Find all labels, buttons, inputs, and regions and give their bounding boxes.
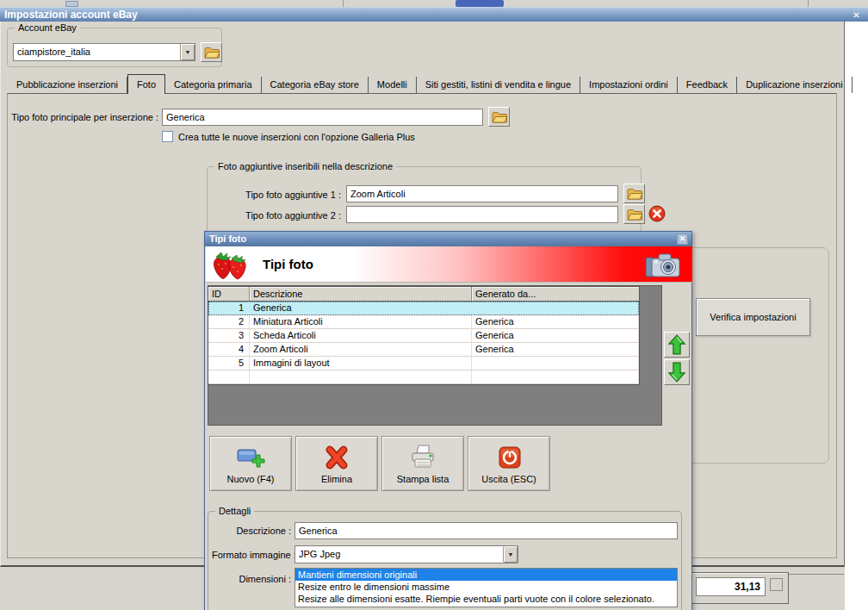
account-folder-button[interactable] [201, 42, 222, 62]
exit-button-label: Uscita (ESC) [481, 474, 536, 484]
table-cell: Immagini di layout [250, 357, 472, 370]
new-record-icon [235, 444, 266, 471]
tab-feedback[interactable]: Feedback [678, 77, 737, 93]
listbox-option[interactable]: Resize entro le dimensioni massime [295, 581, 677, 593]
table-row[interactable]: 3Scheda ArticoliGenerica [208, 329, 639, 343]
listbox-option[interactable]: Mantieni dimensioni originali [295, 569, 677, 581]
dimensions-listbox: Mantieni dimensioni originaliResize entr… [294, 568, 678, 607]
new-button[interactable]: Nuovo (F4) [209, 436, 292, 491]
tab-pubblicazione-inserzioni[interactable]: Pubblicazione inserzioni [8, 77, 127, 93]
image-format-value: JPG Jpeg [295, 546, 503, 563]
table-row[interactable]: 2Miniatura ArticoliGenerica [208, 315, 639, 329]
table-cell: Generica [472, 329, 639, 343]
additional-photo-1-folder-button[interactable] [623, 184, 645, 203]
photo-types-dialog: Tipi foto ✕ Tipi foto [204, 231, 692, 610]
table-cell: Generica [472, 343, 639, 357]
red-x-icon [648, 205, 666, 222]
column-header-descrizione[interactable]: Descrizione [250, 287, 472, 302]
additional-photo-1-field[interactable]: Zoom Articoli [346, 185, 618, 202]
table-cell: Generica [250, 302, 472, 315]
folder-icon [627, 209, 642, 221]
dialog-titlebar[interactable]: Tipi foto ✕ [205, 232, 691, 246]
dimensions-label: Dimensioni : [212, 574, 291, 584]
tab-categoria-ebay-store[interactable]: Categoria eBay store [262, 77, 369, 93]
table-row[interactable]: 4Zoom ArticoliGenerica [208, 343, 639, 357]
table-cell [472, 302, 639, 315]
table-cell: Scheda Articoli [250, 329, 472, 343]
image-format-label: Formato immagine : [212, 550, 291, 560]
screen: Impostazioni account eBay ✕ Account eBay… [0, 0, 868, 610]
strawberries-icon [211, 250, 254, 280]
table-row[interactable]: 5Immagini di layout [208, 357, 639, 370]
tab-bar: Pubblicazione inserzioniFotoCategoria pr… [8, 74, 837, 93]
camera-icon [645, 251, 681, 278]
table-cell [250, 370, 472, 384]
main-close-icon[interactable]: ✕ [851, 9, 862, 21]
photo-types-table-body: 1Generica2Miniatura ArticoliGenerica3Sch… [208, 302, 639, 384]
arrow-up-icon [668, 334, 685, 355]
move-down-button[interactable] [664, 359, 690, 385]
photo-types-table: ID Descrizione Generato da... 1Generica2… [208, 286, 640, 385]
chevron-down-icon[interactable]: ▼ [503, 546, 518, 563]
account-combobox[interactable]: ciampistore_italia ▼ [13, 43, 195, 61]
additional-photo-2-label: Tipo foto aggiuntive 2 : [215, 210, 341, 221]
table-cell [472, 357, 639, 370]
amount-field[interactable]: 31,13 [696, 577, 766, 596]
additional-photos-group-label: Foto aggiuntive inseribili nella descriz… [214, 161, 396, 171]
power-exit-icon [494, 444, 524, 471]
table-cell [472, 370, 639, 384]
gallery-plus-checkbox[interactable] [162, 131, 173, 142]
table-cell: 2 [208, 315, 250, 329]
delete-button[interactable]: Elimina [295, 436, 378, 491]
table-cell: 3 [208, 329, 250, 343]
description-field[interactable]: Generica [294, 522, 678, 539]
column-header-generato-da[interactable]: Generato da... [472, 287, 639, 302]
details-group-label: Dettagli [215, 506, 254, 516]
main-window-titlebar[interactable]: Impostazioni account eBay ✕ [0, 7, 868, 22]
tab-siti-gestiti-listini-di-vendita-e-lingue[interactable]: Siti gestiti, listini di vendita e lingu… [417, 77, 580, 93]
tab-modelli[interactable]: Modelli [369, 77, 417, 93]
dialog-title: Tipi foto [209, 233, 246, 244]
account-group-label: Account eBay [15, 22, 80, 33]
chevron-down-icon[interactable]: ▼ [180, 44, 195, 60]
tab-foto[interactable]: Foto [127, 74, 165, 94]
new-button-label: Nuovo (F4) [226, 474, 274, 484]
additional-photo-2-folder-button[interactable] [623, 204, 645, 224]
tab-categoria-primaria[interactable]: Categoria primaria [165, 77, 261, 93]
delete-button-label: Elimina [321, 474, 352, 484]
table-row[interactable]: 1Generica [208, 302, 639, 315]
image-format-combobox[interactable]: JPG Jpeg ▼ [294, 545, 518, 563]
folder-icon [627, 188, 642, 200]
dialog-banner: Tipi foto [206, 246, 692, 283]
main-photo-folder-button[interactable] [488, 107, 510, 127]
table-cell: 1 [208, 302, 250, 315]
table-cell: 5 [208, 357, 250, 370]
dialog-banner-title: Tipi foto [263, 246, 313, 283]
tab-impostazioni-ordini[interactable]: Impostazioni ordini [580, 77, 678, 93]
main-photo-type-field[interactable]: Generica [162, 109, 483, 126]
table-cell: 4 [208, 343, 250, 357]
amount-checkbox[interactable] [770, 578, 783, 591]
verify-settings-button[interactable]: Verifica impostazioni [696, 298, 810, 336]
folder-icon [204, 47, 220, 59]
table-cell: Miniatura Articoli [250, 315, 472, 329]
background-toolbar-icon [65, 1, 78, 7]
table-cell: Generica [472, 315, 639, 329]
listbox-option[interactable]: Resize alle dimensioni esatte. Riempie e… [295, 593, 677, 605]
dialog-close-icon[interactable]: ✕ [677, 233, 688, 245]
additional-photo-2-field[interactable] [346, 206, 618, 223]
move-up-button[interactable] [664, 332, 690, 358]
tab-duplicazione-inserzioni[interactable]: Duplicazione inserzioni [737, 77, 852, 93]
folder-icon [492, 111, 507, 123]
amount-panel: 31,13 [691, 572, 789, 604]
table-header: ID Descrizione Generato da... [208, 287, 639, 302]
divider [808, 0, 809, 7]
print-list-button-label: Stampa lista [397, 474, 450, 484]
column-header-id[interactable]: ID [208, 287, 250, 302]
print-list-button[interactable]: Stampa lista [381, 436, 464, 491]
additional-photo-2-clear-button[interactable] [648, 205, 666, 222]
account-combobox-value: ciampistore_italia [14, 44, 180, 60]
main-window-title: Impostazioni account eBay [4, 9, 138, 21]
exit-button[interactable]: Uscita (ESC) [468, 436, 550, 491]
account-ebay-group: Account eBay ciampistore_italia ▼ [7, 28, 222, 67]
